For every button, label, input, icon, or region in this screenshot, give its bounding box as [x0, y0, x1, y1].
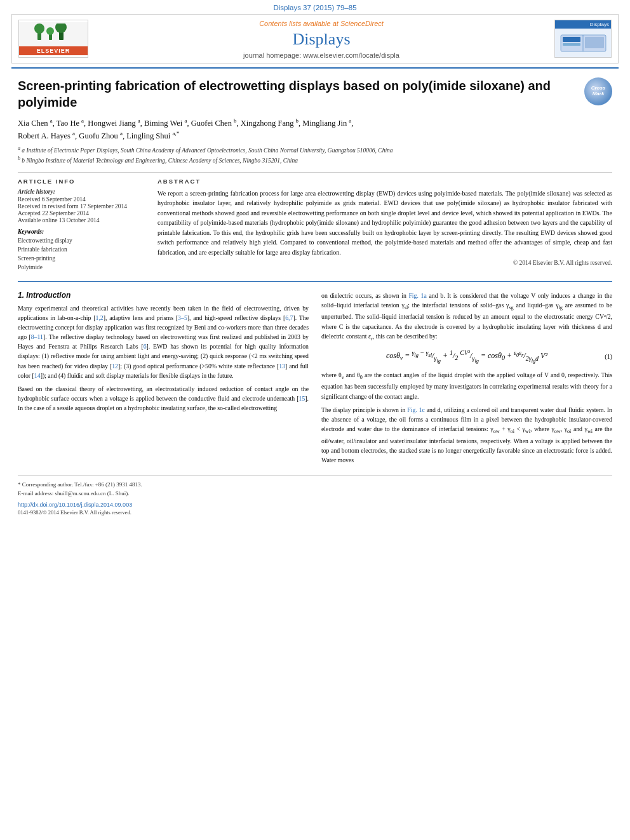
intro-paragraph-5: The display principle is shown in Fig. 1…	[321, 405, 612, 465]
sciencedirect-link[interactable]: Contents lists available at ScienceDirec…	[95, 20, 548, 27]
authors-line: Xia Chen a, Tao He a, Hongwei Jiang a, B…	[18, 117, 612, 142]
doi-link[interactable]: http://dx.doi.org/10.1016/j.displa.2014.…	[18, 502, 612, 508]
crossmark-icon: CrossMark	[584, 77, 612, 105]
svg-rect-8	[563, 37, 580, 42]
svg-rect-10	[585, 37, 604, 48]
email-note: E-mail address: shuill@m.scnu.edu.cn (L.…	[18, 490, 612, 498]
abstract-col: ABSTRACT We report a screen-printing fab…	[158, 178, 612, 272]
revised-date: Received in revised form 17 September 20…	[18, 203, 145, 210]
citation-text: Displays 37 (2015) 79–85	[273, 4, 356, 11]
citation-bar: Displays 37 (2015) 79–85	[0, 0, 630, 14]
body-col-left: 1. Introduction Many experimental and th…	[18, 291, 309, 469]
article-info-col: ARTICLE INFO Article history: Received 6…	[18, 178, 145, 272]
article-info-label: ARTICLE INFO	[18, 178, 145, 185]
history-label: Article history:	[18, 189, 145, 195]
crossmark-badge[interactable]: CrossMark	[584, 77, 612, 105]
intro-paragraph-2: Based on the classical theory of electro…	[18, 384, 309, 413]
introduction-heading: 1. Introduction	[18, 291, 309, 300]
issn-copyright: 0141-9382/© 2014 Elsevier B.V. All right…	[18, 509, 612, 516]
intro-paragraph-4: where θv and θ0 are the contact angles o…	[321, 370, 612, 401]
received-date: Received 6 September 2014	[18, 196, 145, 203]
article-footer: * Corresponding author. Tel./fax: +86 (2…	[18, 475, 612, 516]
blue-divider	[11, 67, 619, 69]
article-title: Screen-printing fabrication of electrowe…	[18, 77, 612, 110]
section-blue-divider	[18, 281, 612, 282]
abstract-copyright: © 2014 Elsevier B.V. All rights reserved…	[158, 260, 612, 266]
displays-thumbnail: Displays	[554, 20, 612, 58]
body-content: 1. Introduction Many experimental and th…	[18, 291, 612, 469]
corresponding-author-note: * Corresponding author. Tel./fax: +86 (2…	[18, 481, 612, 490]
intro-paragraph-3: on dielectric occurs, as shown in Fig. 1…	[321, 291, 612, 343]
article-content: Screen-printing fabrication of electrowe…	[18, 77, 612, 272]
section-divider-1	[18, 172, 612, 173]
equation-number: (1)	[605, 353, 612, 360]
svg-point-3	[46, 27, 54, 35]
body-columns: 1. Introduction Many experimental and th…	[18, 291, 612, 469]
journal-info: Contents lists available at ScienceDirec…	[88, 20, 554, 59]
sciencedirect-name[interactable]: ScienceDirect	[340, 20, 384, 27]
equation-math: cosθv = γlg − γsl/γlg + 1/2 CV²/γlg = co…	[386, 349, 547, 363]
journal-homepage: journal homepage: www.elsevier.com/locat…	[95, 51, 548, 59]
elsevier-wordmark: ELSEVIER	[37, 48, 70, 54]
journal-title: Displays	[95, 30, 548, 49]
svg-point-1	[34, 23, 44, 34]
intro-paragraph-1: Many experimental and theoretical activi…	[18, 303, 309, 380]
displays-thumb-body	[555, 29, 611, 57]
equation-1: cosθv = γlg − γsl/γlg + 1/2 CV²/γlg = co…	[321, 349, 612, 363]
body-col-right: on dielectric occurs, as shown in Fig. 1…	[321, 291, 612, 469]
elsevier-logo: ELSEVIER	[18, 20, 88, 58]
svg-rect-9	[563, 43, 580, 46]
accepted-date: Accepted 22 September 2014	[18, 210, 145, 217]
abstract-text: We report a screen-printing fabrication …	[158, 189, 612, 258]
keywords-label: Keywords:	[18, 229, 145, 235]
keyword-1: Electrowetting display Printable fabrica…	[18, 236, 145, 272]
displays-thumb-header: Displays	[555, 20, 611, 29]
doi-section: http://dx.doi.org/10.1016/j.displa.2014.…	[18, 502, 612, 516]
abstract-label: ABSTRACT	[158, 178, 612, 185]
available-date: Available online 13 October 2014	[18, 217, 145, 223]
info-abstract-row: ARTICLE INFO Article history: Received 6…	[18, 178, 612, 272]
journal-header: ELSEVIER Contents lists available at Sci…	[11, 14, 619, 63]
svg-point-5	[55, 23, 67, 33]
affiliations: a a Institute of Electronic Paper Displa…	[18, 145, 612, 166]
